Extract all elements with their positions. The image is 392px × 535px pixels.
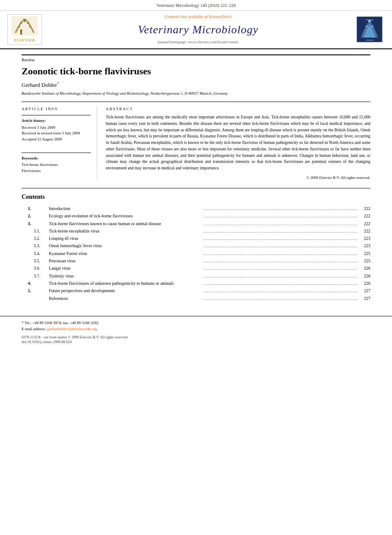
contents-section: Contents 1.Introduction ................…	[22, 188, 370, 302]
sciencedirect-line: Contents lists available at ScienceDirec…	[48, 14, 348, 20]
item-num-2: 3.	[22, 220, 34, 227]
item-dots-6: ........................................…	[203, 251, 357, 257]
contents-title: Contents	[22, 193, 370, 201]
author-name: Gerhard Dobler	[22, 82, 57, 88]
item-sub-5: 3.3.	[34, 242, 49, 249]
elsevier-tree-icon	[12, 16, 38, 35]
divider-article-info	[22, 115, 91, 115]
item-label-11: Future perspectives and developments	[49, 287, 203, 294]
item-label-0: Introduction	[49, 205, 203, 212]
footnote-email[interactable]: gerharddobler@bundeswehr.org.	[47, 327, 98, 331]
accepted: Accepted 21 August 2009	[22, 137, 91, 143]
item-label-2: Tick-borne flaviviruses known to cause h…	[49, 220, 203, 227]
article-title: Zoonotic tick-borne flaviviruses	[22, 65, 370, 78]
sciencedirect-prefix: Contents lists available at	[165, 15, 207, 19]
footer-legal-1: 0378-1135/$ – see front matter © 2009 El…	[22, 335, 128, 339]
item-dots-0: ........................................…	[203, 206, 357, 212]
contents-item-11[interactable]: 5.Future perspectives and developments .…	[22, 287, 370, 294]
contents-item-4[interactable]: 3.2.Louping-ill virus ..................…	[22, 235, 370, 242]
footnote-tel-fax: * Tel.: +49 89 3168 3974; fax: +49 89 31…	[22, 321, 99, 325]
item-label-3: Tick-borne encephalitis virus	[49, 227, 203, 235]
article-info-abstract-columns: ARTICLE INFO Article history: Received 3…	[22, 106, 370, 181]
item-page-8: 226	[357, 264, 370, 272]
article-content: Review Zoonotic tick-borne flaviviruses …	[0, 49, 392, 309]
elsevier-logo-box: ELSEVIER	[7, 14, 42, 45]
item-label-7: Powassan virus	[49, 257, 203, 264]
item-dots-3: ........................................…	[203, 228, 357, 235]
svg-point-4	[27, 22, 29, 24]
received-2: Received in revised form 3 July 2009	[22, 131, 91, 137]
item-label-12: References	[49, 295, 203, 302]
page-wrapper: Veterinary Microbiology 140 (2010) 221–2…	[0, 0, 392, 347]
item-label-5: Omsk hemorrhagic fever virus	[49, 242, 203, 249]
journal-homepage: journal homepage: www.elsevier.com/locat…	[48, 39, 348, 45]
page-footer: * Tel.: +49 89 3168 3974; fax: +49 89 31…	[0, 316, 392, 348]
item-dots-2: ........................................…	[203, 221, 357, 227]
svg-point-6	[29, 26, 31, 28]
divider-1	[22, 102, 370, 102]
journal-citation: Veterinary Microbiology 140 (2010) 221–2…	[156, 3, 236, 8]
item-label-4: Louping-ill virus	[49, 235, 203, 242]
item-sub-7: 3.5.	[34, 257, 49, 264]
contents-item-0[interactable]: 1.Introduction .........................…	[22, 205, 370, 212]
divider-keywords	[22, 153, 91, 153]
footnote-email-label: E-mail address:	[22, 327, 46, 331]
article-info-column: ARTICLE INFO Article history: Received 3…	[22, 106, 97, 181]
article-info-title: ARTICLE INFO	[22, 106, 91, 112]
keyword-1: Tick-borne flaviviruses	[22, 162, 91, 168]
item-num-1: 2.	[22, 212, 34, 220]
contents-item-2[interactable]: 3.Tick-borne flaviviruses known to cause…	[22, 220, 370, 227]
contents-item-3[interactable]: 3.1.Tick-borne encephalitis virus ......…	[22, 227, 370, 235]
contents-item-1[interactable]: 2.Ecology and evolution of tick-borne fl…	[22, 212, 370, 220]
item-page-11: 227	[357, 287, 370, 294]
item-sub-8: 3.6.	[34, 264, 49, 272]
svg-text:microbiology: microbiology	[366, 19, 373, 21]
svg-point-3	[24, 20, 26, 22]
item-label-1: Ecology and evolution of tick-borne flav…	[49, 212, 203, 220]
abstract-title: ABSTRACT	[106, 106, 370, 112]
elsevier-label: ELSEVIER	[10, 38, 40, 43]
item-num-11: 5.	[22, 287, 34, 294]
item-sub-4: 3.2.	[34, 235, 49, 242]
item-page-7: 225	[357, 257, 370, 264]
item-dots-9: ........................................…	[203, 273, 357, 280]
elsevier-logo-section: ELSEVIER	[5, 14, 44, 45]
contents-item-9[interactable]: 3.7.Tyuleniy virus .....................…	[22, 272, 370, 280]
contents-item-6[interactable]: 3.4.Kyasanur Forest virus ..............…	[22, 250, 370, 257]
svg-point-10	[372, 25, 373, 27]
item-page-10: 226	[357, 280, 370, 287]
contents-item-5[interactable]: 3.3.Omsk hemorrhagic fever virus .......…	[22, 242, 370, 249]
item-page-2: 222	[357, 220, 370, 227]
item-page-6: 225	[357, 250, 370, 257]
received-1: Received 3 July 2009	[22, 125, 91, 131]
vet-micro-logo: veterinary microbiology	[357, 16, 382, 42]
item-page-9: 226	[357, 272, 370, 280]
item-dots-5: ........................................…	[203, 243, 357, 249]
item-label-6: Kyasanur Forest virus	[49, 250, 203, 257]
item-sub-6: 3.4.	[34, 250, 49, 257]
publisher-header: ELSEVIER Contents lists available at Sci…	[0, 11, 392, 49]
footer-legal: 0378-1135/$ – see front matter © 2009 El…	[22, 335, 370, 345]
item-dots-10: ........................................…	[203, 280, 357, 287]
contents-item-10[interactable]: 4.Tick-borne flaviviruses of unknown pat…	[22, 280, 370, 287]
abstract-column: ABSTRACT Tick-borne flaviviruses are amo…	[106, 106, 370, 181]
item-num-0: 1.	[22, 205, 34, 212]
item-page-4: 223	[357, 235, 370, 242]
contents-item-12[interactable]: References .............................…	[22, 295, 370, 302]
svg-text:veterinary: veterinary	[366, 39, 373, 41]
svg-rect-1	[20, 29, 22, 35]
contents-item-8[interactable]: 3.6.Langat virus .......................…	[22, 264, 370, 272]
item-dots-1: ........................................…	[203, 213, 357, 220]
item-dots-4: ........................................…	[203, 236, 357, 242]
svg-point-5	[19, 26, 20, 28]
item-label-8: Langat virus	[49, 264, 203, 272]
abstract-text: Tick-borne flaviviruses are among the me…	[106, 114, 370, 171]
item-page-3: 222	[357, 227, 370, 235]
svg-point-2	[20, 22, 22, 24]
footnote-text: * Tel.: +49 89 3168 3974; fax: +49 89 31…	[22, 320, 370, 332]
contents-item-7[interactable]: 3.5.Powassan virus .....................…	[22, 257, 370, 264]
contents-list: 1.Introduction .........................…	[22, 205, 370, 302]
item-page-12: 227	[357, 295, 370, 302]
journal-title: Veterinary Microbiology	[48, 22, 348, 38]
item-page-0: 222	[357, 205, 370, 212]
